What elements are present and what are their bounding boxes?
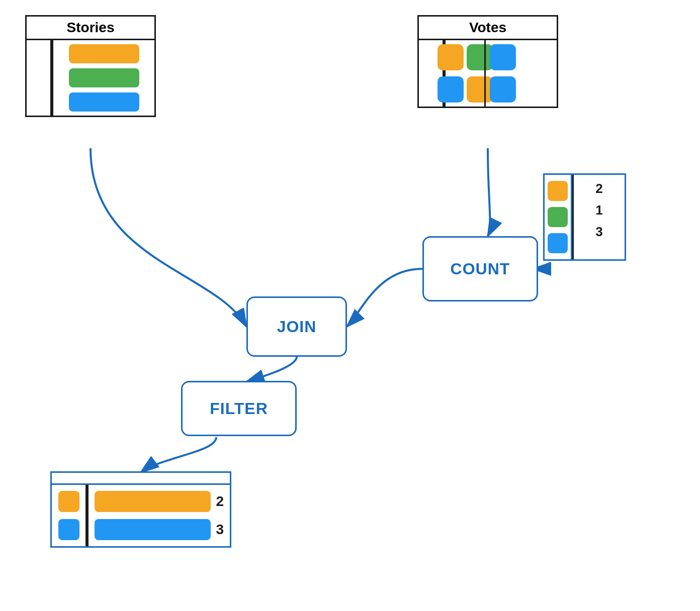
- votes-cell-b1: [438, 76, 464, 103]
- cr-num-1: 1: [595, 202, 602, 218]
- count-result-table: 2 1 3: [543, 173, 626, 261]
- cr-num-2: 2: [595, 181, 602, 196]
- count-box: COUNT: [422, 236, 538, 301]
- final-orange-wide: [95, 491, 211, 512]
- join-label: JOIN: [277, 318, 317, 336]
- final-orange-sm: [58, 491, 79, 512]
- final-blue-wide: [95, 519, 211, 540]
- count-result-col-num: 2 1 3: [572, 175, 625, 259]
- final-result-table: 2 3: [50, 471, 231, 548]
- cr-green: [548, 207, 568, 227]
- votes-title: Votes: [419, 17, 557, 40]
- cr-num-3: 3: [595, 224, 602, 240]
- final-body: 2 3: [52, 485, 230, 546]
- votes-cell-b2: [490, 44, 516, 70]
- final-num-2: 2: [216, 493, 224, 510]
- filter-box: FILTER: [181, 381, 297, 436]
- count-result-col-color: [545, 175, 572, 259]
- stories-col-data: [52, 40, 154, 116]
- final-num-3: 3: [216, 522, 224, 538]
- stories-row-3: [69, 92, 139, 112]
- votes-body: [419, 40, 557, 107]
- cr-orange: [548, 181, 568, 201]
- final-blue-sm: [58, 519, 79, 540]
- stories-row-1: [69, 44, 139, 63]
- final-col-1: [52, 485, 87, 546]
- stories-col-empty: [27, 40, 52, 116]
- votes-cell-b3: [490, 76, 516, 103]
- votes-col-1: [444, 40, 484, 107]
- stories-table: Stories: [25, 15, 156, 117]
- votes-col-2: [484, 40, 519, 107]
- filter-label: FILTER: [210, 399, 268, 418]
- final-col-2: 2 3: [87, 485, 230, 546]
- votes-cell-o1: [438, 44, 464, 70]
- diagram-canvas: Stories Votes: [0, 0, 700, 611]
- votes-table: Votes: [417, 15, 558, 108]
- count-result-body: 2 1 3: [545, 175, 625, 259]
- count-label: COUNT: [451, 260, 510, 278]
- cr-blue: [548, 233, 568, 253]
- join-box: JOIN: [246, 296, 347, 357]
- stories-row-2: [69, 68, 139, 87]
- stories-body: [27, 40, 154, 116]
- stories-title: Stories: [27, 17, 154, 40]
